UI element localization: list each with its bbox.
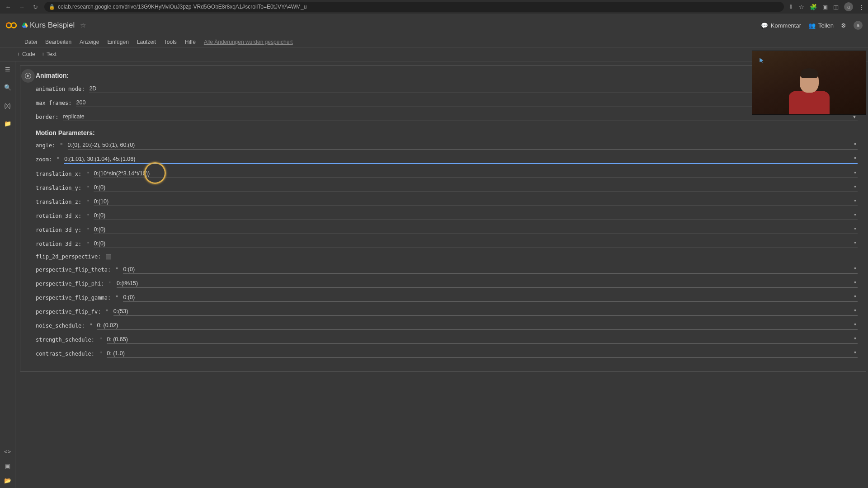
- label-rotation-3d-y: rotation_3d_y:: [36, 227, 81, 233]
- input-translation-x[interactable]: [94, 169, 858, 178]
- menu-anzeige[interactable]: Anzeige: [80, 39, 99, 45]
- quote-open: ": [86, 227, 89, 233]
- input-rotation-3d-y[interactable]: [94, 225, 858, 234]
- input-strength[interactable]: [107, 335, 858, 344]
- quote-close: ": [854, 281, 857, 287]
- input-translation-y[interactable]: [94, 183, 858, 192]
- sidepanel-icon[interactable]: ◫: [833, 4, 839, 10]
- quote-open: ": [109, 281, 112, 287]
- plus-icon: +: [17, 51, 20, 57]
- toc-icon[interactable]: ☰: [4, 65, 12, 73]
- quote-close: ": [854, 185, 857, 191]
- star-icon[interactable]: ☆: [80, 21, 86, 29]
- left-rail: ☰ 🔍 {x} 📁 <> ▣ 📂: [0, 61, 15, 488]
- back-button[interactable]: ←: [4, 2, 13, 11]
- folder-icon[interactable]: 📂: [4, 476, 12, 484]
- lock-icon: 🔒: [49, 4, 55, 10]
- colab-header: Kurs Beispiel ☆ 💬Kommentar 👥Teilen ⚙ a: [0, 14, 868, 37]
- section-animation: Animation:: [36, 72, 858, 79]
- drive-icon: [22, 22, 28, 28]
- menu-bar: Datei Bearbeiten Anzeige Einfügen Laufze…: [0, 37, 868, 47]
- cell-toolbar: +Code +Text ▼ ˄: [0, 47, 868, 61]
- add-code-button[interactable]: +Code: [17, 51, 35, 57]
- label-zoom: zoom:: [36, 156, 52, 163]
- code-snippets-icon[interactable]: <>: [4, 447, 12, 455]
- input-rotation-3d-x[interactable]: [94, 211, 858, 220]
- webcam-overlay: [752, 51, 866, 115]
- input-rotation-3d-z[interactable]: [94, 239, 858, 248]
- input-persp-fv[interactable]: [113, 307, 858, 316]
- label-noise: noise_schedule:: [36, 323, 85, 329]
- input-contrast[interactable]: [107, 349, 858, 358]
- svg-point-1: [11, 23, 16, 28]
- input-noise[interactable]: [97, 321, 858, 330]
- menu-einfugen[interactable]: Einfügen: [107, 39, 128, 45]
- menu-tools[interactable]: Tools: [164, 39, 177, 45]
- people-icon: 👥: [808, 22, 816, 29]
- quote-open: ": [57, 156, 60, 163]
- quote-close: ": [854, 267, 857, 273]
- select-border[interactable]: replicate: [63, 113, 858, 121]
- forward-button[interactable]: →: [17, 2, 26, 11]
- menu-laufzeit[interactable]: Laufzeit: [137, 39, 156, 45]
- input-persp-theta[interactable]: [123, 265, 858, 274]
- webcam-person: [789, 70, 830, 115]
- add-text-button[interactable]: +Text: [42, 51, 57, 57]
- checkbox-flip-2d[interactable]: [106, 254, 111, 259]
- input-angle[interactable]: [68, 141, 858, 150]
- quote-open: ": [115, 267, 118, 273]
- share-button[interactable]: 👥Teilen: [808, 22, 834, 29]
- search-icon[interactable]: 🔍: [4, 83, 12, 91]
- chrome-profile-avatar[interactable]: a: [844, 2, 853, 11]
- run-cell-button[interactable]: [21, 69, 35, 83]
- input-translation-z[interactable]: [94, 197, 858, 206]
- colab-logo-icon[interactable]: [5, 19, 17, 31]
- input-zoom[interactable]: [64, 155, 858, 164]
- label-rotation-3d-x: rotation_3d_x:: [36, 213, 81, 219]
- settings-icon[interactable]: ⚙: [841, 22, 846, 29]
- dropdown-arrow-icon[interactable]: ▼: [852, 114, 857, 119]
- label-animation-mode: animation_mode:: [36, 86, 85, 92]
- quote-open: ": [106, 309, 109, 315]
- install-icon[interactable]: ⇩: [788, 4, 793, 10]
- label-translation-x: translation_x:: [36, 171, 81, 177]
- quote-open: ": [86, 171, 89, 177]
- form-cell: ↑ ↓ 🔗 💬 ⚙ ◲ 🗑 ⋮ Animation: animation_mod…: [20, 65, 866, 372]
- bookmark-icon[interactable]: ☆: [799, 4, 804, 10]
- select-animation-mode[interactable]: 2D: [89, 84, 858, 93]
- url-text: colab.research.google.com/drive/13G9KHyM…: [58, 4, 307, 10]
- extension-icon[interactable]: ▣: [822, 4, 828, 10]
- comment-button[interactable]: 💬Kommentar: [761, 22, 801, 29]
- autosave-status[interactable]: Alle Änderungen wurden gespeichert: [204, 39, 293, 45]
- quote-close: ": [854, 227, 857, 233]
- menu-hilfe[interactable]: Hilfe: [185, 39, 196, 45]
- document-title[interactable]: Kurs Beispiel: [30, 21, 75, 30]
- quote-open: ": [86, 213, 89, 219]
- chrome-menu-icon[interactable]: ⋮: [859, 4, 864, 10]
- notebook-content[interactable]: ↑ ↓ 🔗 💬 ⚙ ◲ 🗑 ⋮ Animation: animation_mod…: [15, 61, 868, 488]
- label-persp-fv: perspective_flip_fv:: [36, 309, 101, 315]
- input-persp-gamma[interactable]: [123, 293, 858, 302]
- label-rotation-3d-z: rotation_3d_z:: [36, 241, 81, 247]
- extensions-icon[interactable]: 🧩: [810, 4, 817, 10]
- menu-bearbeiten[interactable]: Bearbeiten: [45, 39, 71, 45]
- variables-icon[interactable]: {x}: [4, 101, 12, 109]
- plus-icon: +: [42, 51, 45, 57]
- label-persp-phi: perspective_flip_phi:: [36, 281, 104, 287]
- menu-datei[interactable]: Datei: [24, 39, 37, 45]
- reload-button[interactable]: ↻: [31, 2, 40, 11]
- quote-close: ": [854, 156, 857, 163]
- quote-close: ": [854, 199, 857, 205]
- label-max-frames: max_frames:: [36, 100, 71, 106]
- quote-open: ": [99, 337, 102, 343]
- quote-close: ": [854, 337, 857, 343]
- user-avatar[interactable]: a: [854, 21, 863, 30]
- url-bar[interactable]: 🔒 colab.research.google.com/drive/13G9KH…: [44, 2, 784, 12]
- input-max-frames[interactable]: [76, 99, 858, 107]
- input-persp-phi[interactable]: [117, 279, 858, 288]
- cursor-indicator-icon: [759, 57, 765, 64]
- files-icon[interactable]: 📁: [4, 119, 12, 127]
- label-contrast: contrast_schedule:: [36, 351, 94, 357]
- label-persp-theta: perspective_flip_theta:: [36, 267, 111, 273]
- terminal-icon[interactable]: ▣: [4, 462, 12, 470]
